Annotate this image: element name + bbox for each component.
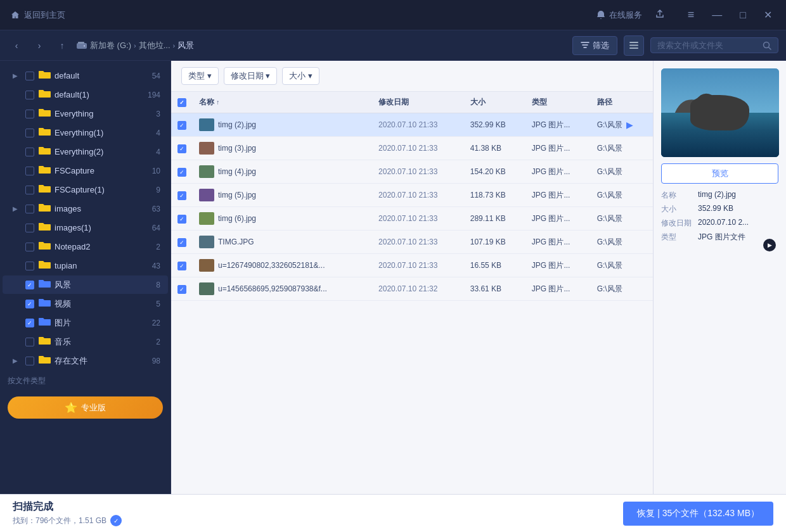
online-service-btn[interactable]: 在线服务 (596, 10, 642, 21)
play-area: ▶ (661, 239, 778, 251)
table-row[interactable]: timg (6).jpg2020.07.10 21:33289.11 KBJPG… (171, 207, 653, 231)
row-check-cell[interactable] (171, 160, 193, 184)
path-arrow-btn[interactable]: ▶ (626, 120, 633, 130)
sidebar-checkbox[interactable] (25, 186, 34, 194)
folder-icon (38, 184, 51, 196)
row-checkbox[interactable] (177, 121, 186, 130)
row-checkbox[interactable] (177, 215, 186, 224)
row-check-cell[interactable] (171, 277, 193, 301)
sidebar-item-存在文件[interactable]: ▶存在文件98 (3, 352, 168, 370)
row-checkbox[interactable] (177, 285, 186, 294)
col-date[interactable]: 修改日期 (372, 92, 464, 113)
sidebar-item-视频[interactable]: 视频5 (3, 294, 168, 313)
row-check-cell[interactable] (171, 231, 193, 254)
row-checkbox[interactable] (177, 238, 186, 247)
row-check-cell[interactable] (171, 207, 193, 231)
sidebar-item-Everything[interactable]: Everything3 (3, 104, 168, 123)
search-input[interactable] (657, 41, 759, 50)
home-button[interactable]: 返回到主页 (10, 10, 65, 21)
select-all-checkbox[interactable] (177, 98, 186, 107)
sidebar-item-default[interactable]: ▶default54 (3, 66, 168, 85)
table-row[interactable]: u=1267490802,3326052181&...2020.07.10 21… (171, 254, 653, 277)
preview-btn[interactable]: 预览 (661, 163, 778, 184)
table-row[interactable]: timg (4).jpg2020.07.10 21:33154.20 KBJPG… (171, 160, 653, 184)
table-row[interactable]: TIMG.JPG2020.07.10 21:33107.19 KBJPG 图片.… (171, 231, 653, 254)
sidebar-checkbox[interactable] (25, 205, 34, 213)
row-check-cell[interactable] (171, 254, 193, 277)
pro-button[interactable]: ⭐ 专业版 (8, 396, 163, 419)
row-size-cell: 118.73 KB (464, 184, 525, 207)
row-size-cell: 16.55 KB (464, 254, 525, 277)
table-row[interactable]: timg (5).jpg2020.07.10 21:33118.73 KBJPG… (171, 184, 653, 207)
sidebar-item-Notepad2[interactable]: Notepad22 (3, 238, 168, 256)
view-toggle-btn[interactable] (624, 35, 644, 56)
breadcrumb-folder1[interactable]: 其他垃... (139, 40, 171, 51)
filter-tag-type[interactable]: 类型 ▾ (181, 67, 219, 85)
filter-button[interactable]: 筛选 (572, 36, 617, 55)
col-type[interactable]: 类型 (525, 92, 591, 113)
col-name[interactable]: 名称 ↑ (193, 92, 372, 113)
row-name-cell: timg (5).jpg (193, 184, 372, 207)
row-check-cell[interactable] (171, 184, 193, 207)
sidebar-checkbox[interactable] (25, 319, 34, 327)
sidebar-checkbox[interactable] (25, 338, 34, 346)
table-row[interactable]: timg (3).jpg2020.07.10 21:3341.38 KBJPG … (171, 137, 653, 160)
back-btn[interactable]: ‹ (8, 37, 25, 54)
sidebar-checkbox[interactable] (25, 72, 34, 80)
sidebar-item-风景[interactable]: 风景8 (3, 276, 168, 294)
close-btn[interactable]: ✕ (760, 8, 776, 22)
row-checkbox[interactable] (177, 144, 186, 153)
recover-button[interactable]: 恢复 | 35个文件（132.43 MB） (623, 502, 773, 526)
sidebar-item-Everything(1)[interactable]: Everything(1)4 (3, 124, 168, 142)
filter-tag-size[interactable]: 大小 ▾ (282, 67, 319, 85)
col-check[interactable] (171, 92, 193, 113)
row-check-cell[interactable] (171, 137, 193, 160)
sidebar-checkbox[interactable] (25, 129, 34, 137)
sidebar-checkbox[interactable] (25, 110, 34, 118)
row-path-cell: G:\风景 (591, 184, 653, 207)
col-size[interactable]: 大小 (464, 92, 525, 113)
sidebar-item-FSCapture[interactable]: FSCapture10 (3, 162, 168, 180)
sidebar-checkbox[interactable] (25, 91, 34, 99)
row-check-cell[interactable] (171, 113, 193, 137)
breadcrumb-current[interactable]: 风景 (177, 40, 194, 51)
row-checkbox[interactable] (177, 262, 186, 270)
row-checkbox[interactable] (177, 191, 186, 200)
row-size-cell: 154.20 KB (464, 160, 525, 184)
sidebar-item-images(1)[interactable]: images(1)64 (3, 218, 168, 237)
row-checkbox[interactable] (177, 168, 186, 177)
up-btn[interactable]: ↑ (53, 37, 71, 54)
sidebar-checkbox[interactable] (25, 167, 34, 175)
row-name-cell: timg (4).jpg (193, 160, 372, 184)
col-path[interactable]: 路径 (591, 92, 653, 113)
file-name: timg (3).jpg (218, 144, 256, 153)
file-thumbnail (199, 212, 214, 225)
sidebar-item-音乐[interactable]: 音乐2 (3, 332, 168, 351)
sidebar-checkbox[interactable] (25, 243, 34, 251)
sidebar-checkbox[interactable] (25, 357, 34, 365)
sidebar-item-tupian[interactable]: tupian43 (3, 256, 168, 275)
table-row[interactable]: u=1456568695,9259087938&f...2020.07.10 2… (171, 277, 653, 301)
share-icon[interactable] (655, 9, 665, 21)
sidebar-checkbox[interactable] (25, 262, 34, 270)
sidebar-item-images[interactable]: ▶images63 (3, 200, 168, 218)
sidebar-footer-link[interactable]: 按文件类型 (0, 370, 171, 391)
file-thumbnail (199, 165, 214, 178)
forward-btn[interactable]: › (30, 37, 48, 54)
sidebar-checkbox[interactable] (25, 148, 34, 156)
menu-btn[interactable]: ≡ (684, 7, 699, 23)
filter-tag-date[interactable]: 修改日期 ▾ (224, 67, 278, 85)
sidebar-checkbox[interactable] (25, 300, 34, 308)
sidebar-item-Everything(2)[interactable]: Everything(2)4 (3, 142, 168, 161)
breadcrumb-drive[interactable]: 新加卷 (G:) (90, 40, 131, 51)
sidebar-checkbox[interactable] (25, 281, 34, 289)
sidebar-item-default(1)[interactable]: default(1)194 (3, 86, 168, 104)
sidebar-item-图片[interactable]: 图片22 (3, 314, 168, 332)
sidebar-item-FSCapture(1)[interactable]: FSCapture(1)9 (3, 180, 168, 199)
minimize-btn[interactable]: — (708, 8, 726, 22)
maximize-btn[interactable]: □ (736, 8, 750, 22)
sidebar-checkbox[interactable] (25, 224, 34, 232)
play-btn[interactable]: ▶ (763, 239, 776, 251)
row-size-cell: 352.99 KB (464, 113, 525, 137)
table-row[interactable]: timg (2).jpg2020.07.10 21:33352.99 KBJPG… (171, 113, 653, 137)
